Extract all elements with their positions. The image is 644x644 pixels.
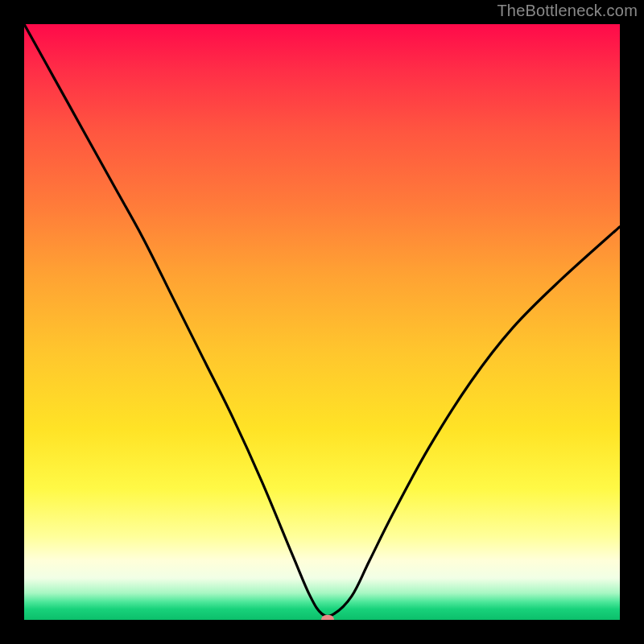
curve-svg	[24, 24, 620, 620]
plot-area	[24, 24, 620, 620]
chart-frame: TheBottleneck.com	[0, 0, 644, 644]
optimum-marker	[321, 615, 334, 620]
bottleneck-curve	[24, 24, 620, 617]
watermark-text: TheBottleneck.com	[497, 2, 638, 20]
